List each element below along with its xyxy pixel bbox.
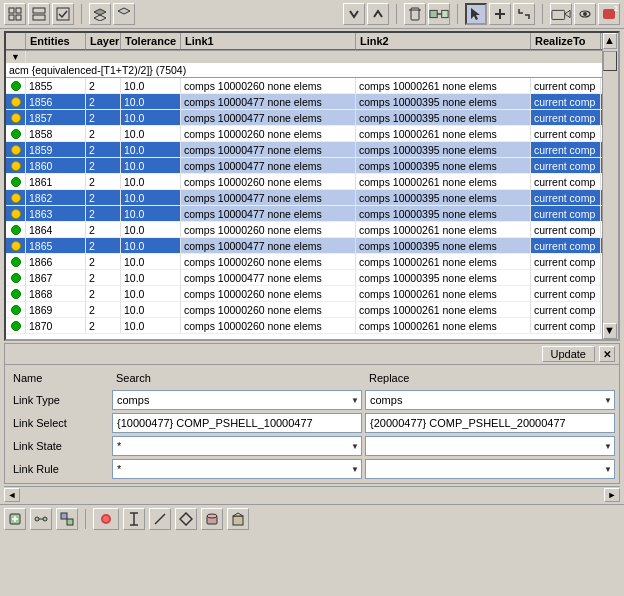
badge-count-icon[interactable]: 2 bbox=[598, 3, 620, 25]
cylinder-bottom-icon[interactable] bbox=[201, 508, 223, 530]
row-tolerance: 10.0 bbox=[121, 142, 181, 157]
row-link2: comps 10000395 none elems bbox=[356, 206, 531, 221]
expand-icon[interactable] bbox=[513, 3, 535, 25]
link-state-replace-select[interactable] bbox=[365, 436, 615, 456]
link-rule-search-select[interactable]: * bbox=[112, 459, 362, 479]
svg-rect-4 bbox=[33, 8, 45, 13]
grid2-icon[interactable] bbox=[28, 3, 50, 25]
table-row[interactable]: 1867 2 10.0 comps 10000477 none elems co… bbox=[6, 270, 618, 286]
scroll-right-btn[interactable]: ► bbox=[604, 488, 620, 502]
up-arrow-icon[interactable] bbox=[367, 3, 389, 25]
eye-icon[interactable] bbox=[574, 3, 596, 25]
scroll-down-btn[interactable]: ▼ bbox=[603, 323, 617, 339]
svg-rect-12 bbox=[430, 10, 437, 17]
row-layer: 2 bbox=[86, 206, 121, 221]
table-row[interactable]: 1866 2 10.0 comps 10000260 none elems co… bbox=[6, 254, 618, 270]
col-expand bbox=[6, 33, 26, 50]
link-select-replace-input[interactable] bbox=[365, 413, 615, 433]
link-type-label: Link Type bbox=[9, 390, 109, 410]
add-bottom-icon[interactable] bbox=[4, 508, 26, 530]
svg-rect-0 bbox=[9, 8, 14, 13]
link-state-search-select[interactable]: * bbox=[112, 436, 362, 456]
table-row[interactable]: 1869 2 10.0 comps 10000260 none elems co… bbox=[6, 302, 618, 318]
table-row[interactable]: 1855 2 10.0 comps 10000260 none elems co… bbox=[6, 78, 618, 94]
link-rule-replace-select[interactable] bbox=[365, 459, 615, 479]
row-link2: comps 10000261 none elems bbox=[356, 78, 531, 93]
col-link2[interactable]: Link2 bbox=[356, 33, 531, 50]
diamond-bottom-icon[interactable] bbox=[175, 508, 197, 530]
table-row[interactable]: 1857 2 10.0 comps 10000477 none elems co… bbox=[6, 110, 618, 126]
svg-rect-1 bbox=[16, 8, 21, 13]
status-circle bbox=[11, 209, 21, 219]
checkbox-icon[interactable] bbox=[52, 3, 74, 25]
col-link1[interactable]: Link1 bbox=[181, 33, 356, 50]
row-link1: comps 10000477 none elems bbox=[181, 270, 356, 285]
scroll-up-btn[interactable]: ▲ bbox=[603, 33, 617, 49]
layer-icon[interactable] bbox=[89, 3, 111, 25]
hscroll-track[interactable] bbox=[22, 490, 602, 500]
status-circle bbox=[11, 193, 21, 203]
row-realizeto: current comp bbox=[531, 270, 601, 285]
row-link1: comps 10000477 none elems bbox=[181, 110, 356, 125]
row-realizeto: current comp bbox=[531, 126, 601, 141]
col-realizeto[interactable]: RealizeTo bbox=[531, 33, 601, 50]
row-layer: 2 bbox=[86, 110, 121, 125]
row-tolerance: 10.0 bbox=[121, 270, 181, 285]
table-row[interactable]: 1863 2 10.0 comps 10000477 none elems co… bbox=[6, 206, 618, 222]
row-layer: 2 bbox=[86, 270, 121, 285]
svg-marker-37 bbox=[180, 513, 192, 525]
move-icon[interactable] bbox=[428, 3, 450, 25]
row-link1: comps 10000260 none elems bbox=[181, 222, 356, 237]
height-bottom-icon[interactable] bbox=[123, 508, 145, 530]
circle-bottom-icon[interactable] bbox=[93, 508, 119, 530]
link-type-search-select[interactable]: comps bbox=[112, 390, 362, 410]
row-realizeto: current comp bbox=[531, 222, 601, 237]
col-tolerance[interactable]: Tolerance bbox=[121, 33, 181, 50]
link-type-replace-select[interactable]: comps bbox=[365, 390, 615, 410]
connect-bottom-icon[interactable] bbox=[30, 508, 52, 530]
add-small-icon[interactable] bbox=[489, 3, 511, 25]
link-select-search-input[interactable] bbox=[112, 413, 362, 433]
scroll-thumb[interactable] bbox=[603, 51, 617, 71]
svg-marker-19 bbox=[565, 10, 570, 17]
table-body[interactable]: ▼ acm {equivalenced-[T1+T2)/2]} (7504) 1… bbox=[6, 51, 618, 337]
line-bottom-icon[interactable] bbox=[149, 508, 171, 530]
col-layer[interactable]: Layer bbox=[86, 33, 121, 50]
table-row[interactable]: 1864 2 10.0 comps 10000260 none elems co… bbox=[6, 222, 618, 238]
table-row[interactable]: 1868 2 10.0 comps 10000260 none elems co… bbox=[6, 286, 618, 302]
row-layer: 2 bbox=[86, 318, 121, 333]
vertical-scrollbar[interactable]: ▲ ▼ bbox=[602, 33, 618, 339]
cursor-icon[interactable] bbox=[465, 3, 487, 25]
layer2-icon[interactable] bbox=[113, 3, 135, 25]
table-row[interactable]: 1860 2 10.0 comps 10000477 none elems co… bbox=[6, 158, 618, 174]
update-button[interactable]: Update bbox=[542, 346, 595, 362]
delete-icon[interactable] bbox=[404, 3, 426, 25]
group-bottom-icon[interactable] bbox=[56, 508, 78, 530]
down-arrow-icon[interactable] bbox=[343, 3, 365, 25]
table-row[interactable]: 1870 2 10.0 comps 10000260 none elems co… bbox=[6, 318, 618, 334]
row-layer: 2 bbox=[86, 78, 121, 93]
replace-header-label: Replace bbox=[365, 369, 615, 387]
table-row[interactable]: 1865 2 10.0 comps 10000477 none elems co… bbox=[6, 238, 618, 254]
row-tolerance: 10.0 bbox=[121, 254, 181, 269]
col-entities[interactable]: Entities bbox=[26, 33, 86, 50]
table-row[interactable]: 1856 2 10.0 comps 10000477 none elems co… bbox=[6, 94, 618, 110]
row-indicator bbox=[6, 78, 26, 93]
table-row[interactable]: 1858 2 10.0 comps 10000260 none elems co… bbox=[6, 126, 618, 142]
separator-4 bbox=[542, 4, 543, 24]
row-realizeto: current comp bbox=[531, 174, 601, 189]
close-button[interactable]: ✕ bbox=[599, 346, 615, 362]
table-row[interactable]: 1862 2 10.0 comps 10000477 none elems co… bbox=[6, 190, 618, 206]
row-indicator bbox=[6, 110, 26, 125]
horizontal-scrollbar[interactable]: ◄ ► bbox=[4, 486, 620, 502]
table-row[interactable]: 1859 2 10.0 comps 10000477 none elems co… bbox=[6, 142, 618, 158]
group-expand-icon[interactable]: ▼ bbox=[6, 51, 26, 63]
package-bottom-icon[interactable] bbox=[227, 508, 249, 530]
grid-icon[interactable] bbox=[4, 3, 26, 25]
row-layer: 2 bbox=[86, 142, 121, 157]
row-layer: 2 bbox=[86, 158, 121, 173]
camera-icon[interactable] bbox=[550, 3, 572, 25]
group-header-row[interactable]: ▼ acm {equivalenced-[T1+T2)/2]} (7504) bbox=[6, 51, 618, 78]
scroll-left-btn[interactable]: ◄ bbox=[4, 488, 20, 502]
table-row[interactable]: 1861 2 10.0 comps 10000260 none elems co… bbox=[6, 174, 618, 190]
